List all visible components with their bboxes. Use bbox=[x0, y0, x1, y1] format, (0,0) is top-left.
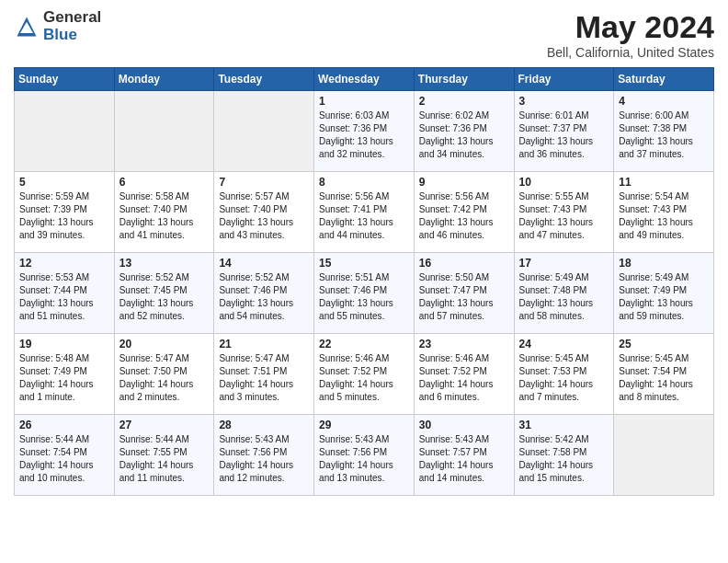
day-info: Sunrise: 5:45 AM Sunset: 7:54 PM Dayligh… bbox=[619, 352, 709, 404]
day-number: 20 bbox=[119, 338, 210, 350]
day-cell: 27Sunrise: 5:44 AM Sunset: 7:55 PM Dayli… bbox=[114, 415, 214, 496]
day-cell: 9Sunrise: 5:56 AM Sunset: 7:42 PM Daylig… bbox=[414, 172, 514, 253]
day-number: 12 bbox=[19, 257, 109, 270]
day-number: 1 bbox=[319, 95, 409, 108]
day-number: 19 bbox=[19, 338, 109, 350]
page-header: General Blue May 2024 Bell, California, … bbox=[14, 9, 714, 60]
day-cell: 17Sunrise: 5:49 AM Sunset: 7:48 PM Dayli… bbox=[514, 253, 614, 334]
day-number: 16 bbox=[419, 257, 509, 270]
day-number: 22 bbox=[319, 338, 409, 350]
day-cell: 2Sunrise: 6:02 AM Sunset: 7:36 PM Daylig… bbox=[414, 91, 514, 172]
day-info: Sunrise: 5:51 AM Sunset: 7:46 PM Dayligh… bbox=[319, 271, 409, 323]
day-number: 4 bbox=[619, 95, 709, 108]
day-number: 6 bbox=[119, 176, 210, 189]
day-info: Sunrise: 5:45 AM Sunset: 7:53 PM Dayligh… bbox=[519, 352, 609, 404]
day-number: 24 bbox=[519, 338, 609, 350]
day-number: 21 bbox=[219, 338, 309, 350]
day-cell: 28Sunrise: 5:43 AM Sunset: 7:56 PM Dayli… bbox=[214, 415, 314, 496]
day-cell: 4Sunrise: 6:00 AM Sunset: 7:38 PM Daylig… bbox=[614, 91, 714, 172]
header-cell-monday: Monday bbox=[114, 68, 214, 91]
logo: General Blue bbox=[14, 9, 101, 43]
day-cell: 22Sunrise: 5:46 AM Sunset: 7:52 PM Dayli… bbox=[314, 334, 415, 415]
day-info: Sunrise: 5:52 AM Sunset: 7:46 PM Dayligh… bbox=[219, 271, 309, 323]
day-cell: 7Sunrise: 5:57 AM Sunset: 7:40 PM Daylig… bbox=[214, 172, 314, 253]
day-number: 26 bbox=[19, 419, 109, 431]
day-number: 27 bbox=[119, 419, 210, 431]
day-cell bbox=[214, 91, 314, 172]
week-row-1: 1Sunrise: 6:03 AM Sunset: 7:36 PM Daylig… bbox=[15, 91, 714, 172]
day-info: Sunrise: 5:55 AM Sunset: 7:43 PM Dayligh… bbox=[519, 190, 609, 242]
day-number: 25 bbox=[619, 338, 709, 350]
day-cell bbox=[614, 415, 714, 496]
day-number: 31 bbox=[519, 419, 609, 431]
header-cell-wednesday: Wednesday bbox=[314, 68, 415, 91]
header-row: SundayMondayTuesdayWednesdayThursdayFrid… bbox=[15, 68, 714, 91]
day-info: Sunrise: 5:50 AM Sunset: 7:47 PM Dayligh… bbox=[419, 271, 509, 323]
day-info: Sunrise: 5:44 AM Sunset: 7:55 PM Dayligh… bbox=[119, 433, 210, 485]
day-info: Sunrise: 5:52 AM Sunset: 7:45 PM Dayligh… bbox=[119, 271, 210, 323]
calendar-table: SundayMondayTuesdayWednesdayThursdayFrid… bbox=[14, 67, 714, 496]
day-info: Sunrise: 5:43 AM Sunset: 7:57 PM Dayligh… bbox=[419, 433, 509, 485]
day-cell: 12Sunrise: 5:53 AM Sunset: 7:44 PM Dayli… bbox=[15, 253, 115, 334]
day-cell: 30Sunrise: 5:43 AM Sunset: 7:57 PM Dayli… bbox=[414, 415, 514, 496]
header-cell-friday: Friday bbox=[514, 68, 614, 91]
header-cell-tuesday: Tuesday bbox=[214, 68, 314, 91]
day-info: Sunrise: 5:49 AM Sunset: 7:49 PM Dayligh… bbox=[619, 271, 709, 323]
day-number: 18 bbox=[619, 257, 709, 270]
day-info: Sunrise: 5:47 AM Sunset: 7:50 PM Dayligh… bbox=[119, 352, 210, 404]
day-info: Sunrise: 5:43 AM Sunset: 7:56 PM Dayligh… bbox=[319, 433, 409, 485]
day-cell: 21Sunrise: 5:47 AM Sunset: 7:51 PM Dayli… bbox=[214, 334, 314, 415]
logo-general: General bbox=[43, 9, 101, 27]
calendar-subtitle: Bell, California, United States bbox=[547, 45, 714, 60]
day-info: Sunrise: 5:53 AM Sunset: 7:44 PM Dayligh… bbox=[19, 271, 109, 323]
day-info: Sunrise: 5:49 AM Sunset: 7:48 PM Dayligh… bbox=[519, 271, 609, 323]
day-info: Sunrise: 5:56 AM Sunset: 7:41 PM Dayligh… bbox=[319, 190, 409, 242]
day-cell: 20Sunrise: 5:47 AM Sunset: 7:50 PM Dayli… bbox=[114, 334, 214, 415]
day-cell: 10Sunrise: 5:55 AM Sunset: 7:43 PM Dayli… bbox=[514, 172, 614, 253]
day-cell: 19Sunrise: 5:48 AM Sunset: 7:49 PM Dayli… bbox=[15, 334, 115, 415]
day-number: 7 bbox=[219, 176, 309, 189]
day-cell: 31Sunrise: 5:42 AM Sunset: 7:58 PM Dayli… bbox=[514, 415, 614, 496]
day-info: Sunrise: 5:43 AM Sunset: 7:56 PM Dayligh… bbox=[219, 433, 309, 485]
logo-blue: Blue bbox=[43, 27, 101, 44]
day-info: Sunrise: 5:44 AM Sunset: 7:54 PM Dayligh… bbox=[19, 433, 109, 485]
day-cell: 3Sunrise: 6:01 AM Sunset: 7:37 PM Daylig… bbox=[514, 91, 614, 172]
day-number: 30 bbox=[419, 419, 509, 431]
day-info: Sunrise: 5:46 AM Sunset: 7:52 PM Dayligh… bbox=[319, 352, 409, 404]
day-number: 28 bbox=[219, 419, 309, 431]
day-info: Sunrise: 6:02 AM Sunset: 7:36 PM Dayligh… bbox=[419, 109, 509, 161]
day-info: Sunrise: 5:59 AM Sunset: 7:39 PM Dayligh… bbox=[19, 190, 109, 242]
day-info: Sunrise: 5:47 AM Sunset: 7:51 PM Dayligh… bbox=[219, 352, 309, 404]
day-info: Sunrise: 5:54 AM Sunset: 7:43 PM Dayligh… bbox=[619, 190, 709, 242]
day-number: 14 bbox=[219, 257, 309, 270]
day-number: 29 bbox=[319, 419, 409, 431]
day-info: Sunrise: 6:00 AM Sunset: 7:38 PM Dayligh… bbox=[619, 109, 709, 161]
day-info: Sunrise: 6:01 AM Sunset: 7:37 PM Dayligh… bbox=[519, 109, 609, 161]
day-info: Sunrise: 5:46 AM Sunset: 7:52 PM Dayligh… bbox=[419, 352, 509, 404]
day-cell: 13Sunrise: 5:52 AM Sunset: 7:45 PM Dayli… bbox=[114, 253, 214, 334]
day-cell: 16Sunrise: 5:50 AM Sunset: 7:47 PM Dayli… bbox=[414, 253, 514, 334]
logo-icon bbox=[14, 14, 40, 40]
day-info: Sunrise: 5:56 AM Sunset: 7:42 PM Dayligh… bbox=[419, 190, 509, 242]
day-cell: 26Sunrise: 5:44 AM Sunset: 7:54 PM Dayli… bbox=[15, 415, 115, 496]
header-cell-thursday: Thursday bbox=[414, 68, 514, 91]
day-number: 11 bbox=[619, 176, 709, 189]
day-number: 9 bbox=[419, 176, 509, 189]
day-cell: 5Sunrise: 5:59 AM Sunset: 7:39 PM Daylig… bbox=[15, 172, 115, 253]
day-number: 3 bbox=[519, 95, 609, 108]
day-number: 13 bbox=[119, 257, 210, 270]
day-info: Sunrise: 5:48 AM Sunset: 7:49 PM Dayligh… bbox=[19, 352, 109, 404]
day-info: Sunrise: 5:58 AM Sunset: 7:40 PM Dayligh… bbox=[119, 190, 210, 242]
day-cell: 29Sunrise: 5:43 AM Sunset: 7:56 PM Dayli… bbox=[314, 415, 415, 496]
day-number: 17 bbox=[519, 257, 609, 270]
day-info: Sunrise: 5:57 AM Sunset: 7:40 PM Dayligh… bbox=[219, 190, 309, 242]
week-row-3: 12Sunrise: 5:53 AM Sunset: 7:44 PM Dayli… bbox=[15, 253, 714, 334]
header-cell-saturday: Saturday bbox=[614, 68, 714, 91]
day-number: 15 bbox=[319, 257, 409, 270]
week-row-5: 26Sunrise: 5:44 AM Sunset: 7:54 PM Dayli… bbox=[15, 415, 714, 496]
day-number: 8 bbox=[319, 176, 409, 189]
day-info: Sunrise: 5:42 AM Sunset: 7:58 PM Dayligh… bbox=[519, 433, 609, 485]
day-number: 23 bbox=[419, 338, 509, 350]
calendar-header: SundayMondayTuesdayWednesdayThursdayFrid… bbox=[15, 68, 714, 91]
day-cell: 1Sunrise: 6:03 AM Sunset: 7:36 PM Daylig… bbox=[314, 91, 415, 172]
